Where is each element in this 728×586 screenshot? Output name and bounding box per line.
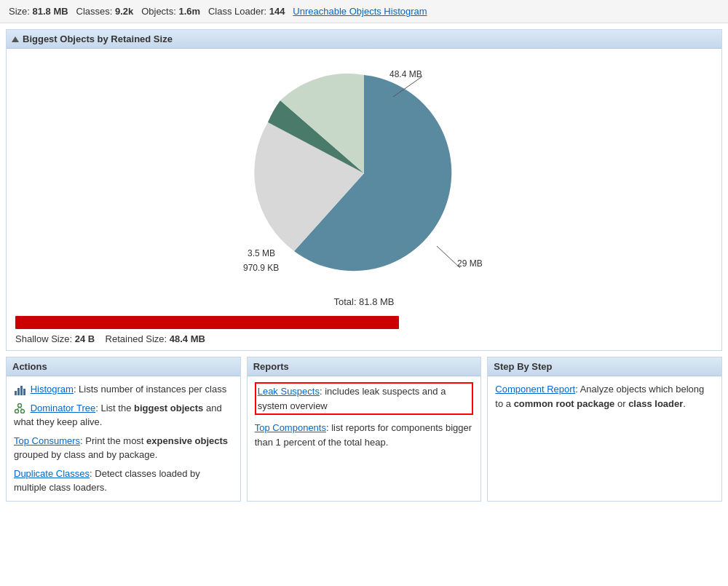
component-report-bold2: class loader — [628, 398, 683, 409]
reports-header: Reports — [248, 357, 481, 376]
pie-container: 48.4 MB 29 MB 3.5 MB 970.9 KB Total: 81.… — [7, 49, 721, 313]
bottom-panels: Actions Histogram: Lists number of insta… — [6, 357, 722, 502]
dominator-desc1: : List the — [95, 403, 134, 413]
top-bar: Size: 81.8 MB Classes: 9.2k Objects: 1.6… — [0, 0, 728, 23]
size-value: 81.8 MB — [33, 6, 68, 17]
histogram-icon — [14, 385, 25, 395]
report-top-components: Top Components: list reports for compone… — [255, 421, 474, 449]
classes-value: 9.2k — [115, 6, 133, 17]
unreachable-objects-link[interactable]: Unreachable Objects Histogram — [293, 6, 427, 17]
component-report-desc2: or — [614, 398, 628, 409]
retained-size-value: 48.4 MB — [170, 333, 205, 344]
step-body: Component Report: Analyze objects which … — [488, 376, 721, 416]
component-report-link[interactable]: Component Report — [495, 384, 575, 395]
pie-total: Total: 81.8 MB — [333, 296, 394, 307]
progress-bar — [15, 316, 399, 329]
action-histogram: Histogram: Lists number of instances per… — [14, 382, 233, 397]
shallow-size-value: 24 B — [75, 333, 95, 344]
shallow-retained: Shallow Size: 24 B Retained Size: 48.4 M… — [7, 330, 721, 350]
svg-point-9 — [15, 410, 19, 413]
histogram-desc: : Lists number of instances per class — [74, 384, 226, 395]
step-component-report: Component Report: Analyze objects which … — [495, 382, 714, 411]
shallow-size-label: Shallow Size: — [15, 333, 72, 344]
step-title: Step By Step — [494, 361, 552, 372]
duplicate-classes-link[interactable]: Duplicate Classes — [14, 468, 90, 479]
classloader-value: 144 — [269, 6, 285, 17]
action-top-consumers: Top Consumers: Print the most expensive … — [14, 434, 233, 462]
svg-rect-6 — [20, 386, 23, 395]
report-leak-suspects: Leak Suspects: includes leak suspects an… — [255, 382, 474, 415]
svg-point-10 — [21, 410, 25, 413]
biggest-objects-title: Biggest Objects by Retained Size — [23, 33, 173, 44]
svg-rect-7 — [23, 389, 25, 395]
svg-line-11 — [17, 408, 20, 410]
dominator-link[interactable]: Dominator Tree — [31, 403, 96, 413]
top-consumers-desc1: : Print the most — [80, 435, 146, 446]
top-consumers-desc2: grouped by class and by package. — [14, 449, 157, 460]
leak-suspects-boxed: Leak Suspects: includes leak suspects an… — [255, 382, 474, 415]
dominator-bold: biggest objects — [134, 403, 203, 413]
component-report-bold1: common root package — [514, 398, 615, 409]
collapse-triangle[interactable] — [12, 36, 19, 42]
component-report-desc3: . — [683, 398, 686, 409]
action-dominator: Dominator Tree: List the biggest objects… — [14, 401, 233, 429]
biggest-objects-header: Biggest Objects by Retained Size — [7, 30, 721, 49]
classloader-label: Class Loader: — [208, 6, 266, 17]
biggest-objects-section: Biggest Objects by Retained Size 48.4 MB — [6, 29, 722, 351]
svg-line-12 — [20, 408, 23, 410]
classes-label: Classes: — [76, 6, 113, 17]
actions-title: Actions — [12, 361, 47, 372]
top-consumers-link[interactable]: Top Consumers — [14, 435, 80, 446]
pie-chart-svg — [226, 60, 502, 286]
action-duplicate-classes: Duplicate Classes: Detect classes loaded… — [14, 467, 233, 495]
retained-size-label: Retained Size: — [106, 333, 167, 344]
dominator-icon — [14, 403, 25, 413]
top-consumers-bold: expensive objects — [146, 435, 228, 446]
actions-panel: Actions Histogram: Lists number of insta… — [6, 357, 241, 502]
objects-label: Objects: — [141, 6, 176, 17]
objects-value: 1.6m — [178, 6, 200, 17]
histogram-link[interactable]: Histogram — [31, 384, 74, 395]
svg-rect-5 — [17, 388, 20, 395]
top-components-link[interactable]: Top Components — [255, 422, 326, 433]
actions-body: Histogram: Lists number of instances per… — [7, 376, 240, 501]
pie-wrapper: 48.4 MB 29 MB 3.5 MB 970.9 KB — [226, 60, 502, 293]
size-label: Size: — [9, 6, 30, 17]
step-header: Step By Step — [488, 357, 721, 376]
progress-bar-container — [15, 316, 713, 329]
step-by-step-panel: Step By Step Component Report: Analyze o… — [487, 357, 722, 502]
leak-suspects-link[interactable]: Leak Suspects — [258, 386, 320, 397]
svg-rect-4 — [15, 391, 17, 395]
actions-header: Actions — [7, 357, 240, 376]
reports-panel: Reports Leak Suspects: includes leak sus… — [247, 357, 482, 502]
reports-title: Reports — [253, 361, 289, 372]
reports-body: Leak Suspects: includes leak suspects an… — [248, 376, 481, 455]
svg-point-8 — [18, 404, 22, 408]
